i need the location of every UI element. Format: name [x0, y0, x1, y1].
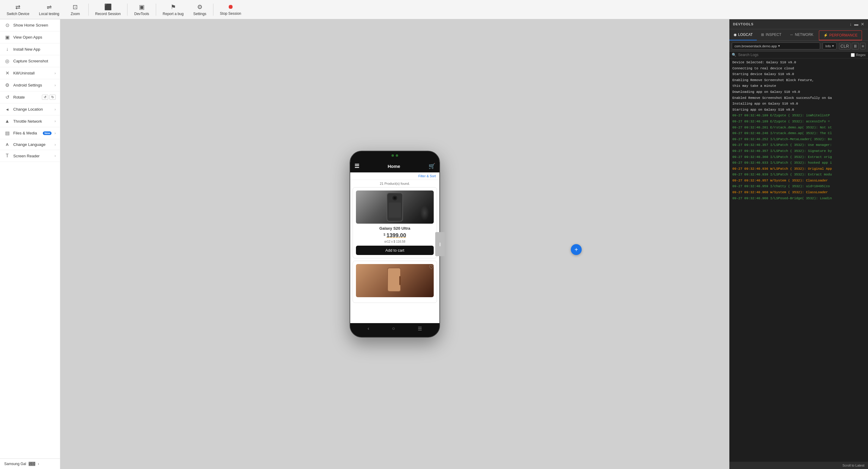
log-line-23: 09-27 09:32:40.960 I/LSPosed-Bridge( 353… [730, 196, 868, 201]
rotate-ccw-btn[interactable]: ↺ [42, 95, 48, 100]
nav-back-icon[interactable]: ‹ [368, 326, 369, 331]
stop-session-label: Stop Session [220, 11, 241, 16]
sidebar-item-capture-screenshot[interactable]: ◎ Capture Screenshot [0, 55, 60, 67]
log-line-18: 09-27 09:32:40.936 W/LSPatch ( 3532): Or… [730, 166, 868, 172]
product-heart-1[interactable]: ♡ [429, 264, 434, 271]
sidebar: ⊙ Show Home Screen ▣ View Open Apps ↓ In… [0, 19, 60, 469]
filter-sort-btn[interactable]: Filter & Sort [418, 174, 436, 178]
files-media-arrow: › [55, 131, 56, 135]
nav-recents-icon[interactable]: ☰ [418, 326, 422, 332]
sidebar-item-kill-uninstall[interactable]: ✕ Kill/Uninstall › [0, 67, 60, 79]
logcat-icon: ◉ [734, 33, 737, 37]
log-line-0: Device Selected: Galaxy S10 v9.0 [730, 60, 868, 66]
log-line-17: 09-27 09:32:40.933 I/LSPatch ( 3532): ho… [730, 160, 868, 166]
inspect-label: INSPECT [766, 33, 781, 37]
clear-logs-btn[interactable]: CLR [839, 43, 850, 50]
product-amount-0: 1399.00 [386, 232, 406, 239]
log-line-3: Enabling Remove Screenshot Block Feature… [730, 77, 868, 84]
kill-uninstall-icon: ✕ [4, 70, 10, 76]
log-line-4: this may take a minute [730, 83, 868, 89]
devtools-minimize-icon[interactable]: ▬ [854, 22, 858, 27]
log-search-input[interactable] [738, 53, 849, 57]
stop-session-icon: ⏺ [227, 3, 234, 10]
stop-session-btn[interactable]: ⏺ Stop Session [216, 1, 246, 18]
log-line-10: 09-27 09:32:40.189 E/Zygote ( 3532): acc… [730, 119, 868, 125]
wrap-logs-btn[interactable]: ≡ [860, 43, 866, 50]
sidebar-item-throttle-network[interactable]: ▲ Throttle Network › [0, 116, 60, 127]
settings-icon: ⚙ [197, 3, 203, 10]
settings-btn[interactable]: ⚙ Settings [189, 1, 210, 18]
device-arrow: › [38, 462, 39, 466]
record-session-btn[interactable]: ⬛ Record Session [91, 1, 125, 18]
local-testing-btn[interactable]: ⇌ Local testing [35, 1, 63, 18]
expand-handle[interactable]: ‖ [435, 232, 445, 256]
sidebar-item-install-app[interactable]: ↓ Install New App [0, 43, 60, 55]
phone-area: ☰ Home 🛒 Filter & Sort 21 Product(s) fou… [60, 19, 730, 469]
sidebar-item-view-apps[interactable]: ▣ View Open Apps [0, 31, 60, 43]
devtools-label: DevTools [134, 12, 149, 16]
report-bug-label: Report a bug [163, 12, 184, 16]
switch-device-btn[interactable]: ⇄ Switch Device [2, 1, 33, 18]
tab-logcat[interactable]: ◉ LOGCAT [730, 29, 757, 40]
zoom-btn[interactable]: ⊡ Zoom [65, 1, 86, 18]
product-price-0: $ 1399.00 [356, 232, 434, 239]
devtools-btn[interactable]: ▣ DevTools [130, 1, 153, 18]
log-line-7: Installing app on Galaxy S10 v9.0 [730, 101, 868, 107]
pause-logs-btn[interactable]: ⏸ [852, 43, 859, 50]
galaxy-note-svg [386, 267, 404, 294]
view-apps-icon: ▣ [4, 34, 10, 40]
sidebar-item-files-media[interactable]: ▤ Files & Media New › [0, 127, 60, 139]
product-card-0: ♡ Galaxy S20 Ultra $ [352, 187, 437, 258]
log-line-15: 09-27 09:32:40.357 I/LSPatch ( 3532): Si… [730, 148, 868, 154]
regex-checkbox[interactable] [851, 53, 855, 57]
toolbar-divider-3 [156, 4, 156, 16]
level-selector[interactable]: Info ▾ [823, 42, 836, 50]
sidebar-item-change-location[interactable]: ◂ Change Location › [0, 103, 60, 116]
kill-uninstall-arrow: › [55, 71, 56, 75]
screen-reader-label: Screen Reader [13, 154, 52, 158]
log-content[interactable]: Device Selected: Galaxy S10 v9.0Connecti… [730, 59, 868, 462]
android-settings-icon: ⚙ [4, 82, 10, 88]
sidebar-item-rotate[interactable]: ↺ Rotate ↺ ↻ [0, 91, 60, 103]
report-bug-icon: ⚑ [170, 3, 176, 10]
zoom-label: Zoom [70, 12, 80, 16]
log-footer: Scroll to Latest [730, 462, 868, 469]
svg-point-3 [394, 197, 396, 199]
network-icon: ↔ [789, 33, 793, 37]
tab-performance[interactable]: ⚡ PERFORMANCE [819, 30, 862, 40]
sidebar-item-change-language[interactable]: A Change Language › [0, 139, 60, 150]
regex-check[interactable]: Regex [851, 53, 866, 57]
sidebar-item-screen-reader[interactable]: T Screen Reader › [0, 150, 60, 162]
rotate-cw-btn[interactable]: ↻ [50, 95, 56, 100]
performance-icon: ⚡ [824, 33, 828, 37]
tab-inspect[interactable]: ⊞ INSPECT [757, 29, 785, 40]
menu-icon[interactable]: ☰ [354, 163, 359, 169]
sidebar-item-show-home[interactable]: ⊙ Show Home Screen [0, 19, 60, 31]
inspect-icon: ⊞ [761, 33, 764, 37]
tab-network[interactable]: ↔ NETWORK [785, 29, 817, 40]
cart-icon[interactable]: 🛒 [429, 163, 435, 169]
fab-button[interactable]: + [571, 244, 582, 255]
product-currency-0: $ [384, 233, 385, 236]
app-selector[interactable]: com.browserstack.demo.app ▾ [732, 42, 820, 50]
report-bug-btn[interactable]: ⚑ Report a bug [158, 1, 188, 18]
android-settings-label: Android Settings [13, 83, 52, 87]
product-card-1: ♡ [352, 261, 437, 303]
phone-dot-1 [392, 154, 394, 157]
sidebar-item-android-settings[interactable]: ⚙ Android Settings › [0, 79, 60, 91]
settings-label: Settings [193, 12, 206, 16]
devtools-download-icon[interactable]: ↓ [849, 22, 852, 27]
scroll-to-latest-btn[interactable]: Scroll to Latest [842, 464, 864, 467]
devtools-close-icon[interactable]: ✕ [861, 22, 864, 27]
rotate-icon: ↺ [4, 94, 10, 100]
nav-home-icon[interactable]: ○ [392, 326, 395, 331]
phone-screen[interactable]: ☰ Home 🛒 Filter & Sort 21 Product(s) fou… [350, 160, 439, 323]
capture-screenshot-icon: ◎ [4, 58, 10, 64]
change-language-arrow: › [55, 143, 56, 147]
device-version: v9.0 [29, 462, 36, 466]
add-to-cart-0[interactable]: Add to cart [356, 246, 434, 255]
app-header: ☰ Home 🛒 [350, 160, 439, 173]
main-layout: ⊙ Show Home Screen ▣ View Open Apps ↓ In… [0, 19, 868, 469]
throttle-network-label: Throttle Network [13, 119, 52, 124]
svg-rect-7 [399, 276, 401, 285]
